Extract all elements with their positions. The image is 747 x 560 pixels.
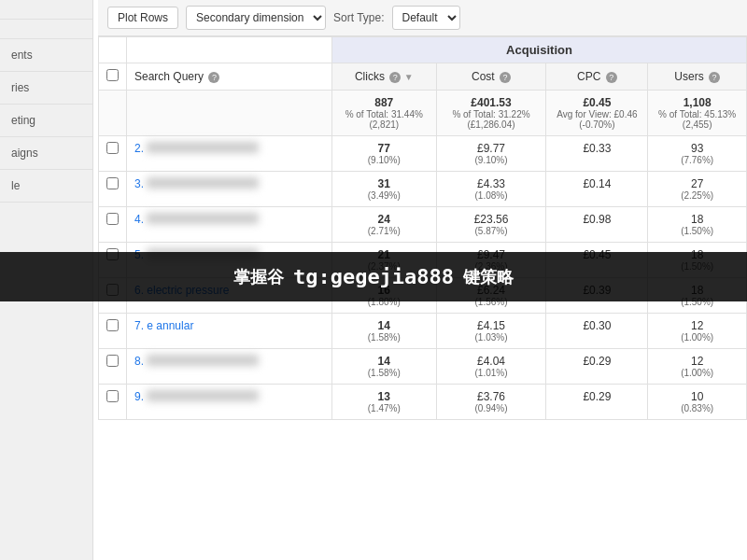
search-query-cell: 7. e annular — [127, 314, 332, 349]
users-col-header[interactable]: Users ? — [648, 63, 747, 91]
cost-cell: £3.76(0.94%) — [436, 385, 546, 420]
overlay-text-2: 键策略 — [463, 266, 514, 288]
users-help-icon[interactable]: ? — [709, 72, 720, 83]
total-users: 1,108 % of Total: 45.13% (2,455) — [648, 91, 747, 136]
users-cell: 93(7.76%) — [648, 136, 747, 172]
row-checkbox-cell — [99, 349, 127, 385]
row-checkbox-cell — [99, 314, 127, 349]
table-row: 9. xxxxxxxxxxxxxxxx13(1.47%)£3.76(0.94%)… — [99, 385, 747, 420]
total-clicks: 887 % of Total: 31.44% (2,821) — [332, 91, 437, 136]
clicks-cell: 31(3.49%) — [332, 172, 437, 207]
row-checkbox[interactable] — [106, 319, 119, 331]
search-query-cell: 8. xxxxxxxxxxxxxxxx — [127, 349, 332, 385]
cpc-cell: £0.30 — [546, 314, 648, 349]
users-cell: 10(0.83%) — [648, 385, 747, 420]
cpc-cell: £0.98 — [546, 207, 648, 243]
users-cell: 27(2.25%) — [648, 172, 747, 207]
clicks-cell: 14(1.58%) — [332, 314, 437, 349]
sidebar-item-ries[interactable]: ries — [0, 72, 92, 105]
clicks-col-header[interactable]: Clicks ? ▼ — [332, 63, 437, 91]
cost-help-icon[interactable]: ? — [500, 72, 511, 83]
clicks-cell: 13(1.47%) — [332, 385, 437, 420]
clicks-help-icon[interactable]: ? — [389, 72, 401, 83]
clicks-cell: 14(1.58%) — [332, 349, 437, 385]
cpc-help-icon[interactable]: ? — [606, 72, 617, 83]
secondary-dimension-select[interactable]: Secondary dimension — [186, 6, 326, 30]
users-cell: 12(1.00%) — [648, 349, 747, 385]
sidebar-item-ents[interactable]: ents — [0, 39, 92, 72]
table-row: 8. xxxxxxxxxxxxxxxx14(1.58%)£4.04(1.01%)… — [99, 349, 747, 385]
row-checkbox-cell — [99, 385, 127, 420]
cpc-cell: £0.29 — [546, 349, 648, 385]
search-query-help-icon[interactable]: ? — [208, 72, 219, 83]
sidebar-item-2 — [0, 20, 92, 39]
data-table: Acquisition Search Query ? Clicks ? ▼ — [98, 36, 747, 420]
checkbox-header — [99, 37, 127, 63]
row-checkbox-cell — [99, 207, 127, 243]
sidebar-item-eting[interactable]: eting — [0, 105, 92, 137]
cpc-cell: £0.29 — [546, 385, 648, 420]
row-checkbox[interactable] — [106, 213, 119, 225]
search-query-cell: 4. xxxxxxxxxxxxxxxx — [127, 207, 332, 243]
search-query-cell: 3. xxxxxxxxxxxxxxxx — [127, 172, 332, 207]
table-row: 2. xxxxxxxxxxxxxxxx77(9.10%)£9.77(9.10%)… — [99, 136, 747, 172]
users-cell: 18(1.50%) — [648, 207, 747, 243]
total-cost: £401.53 % of Total: 31.22% (£1,286.04) — [436, 91, 546, 136]
select-all-checkbox[interactable] — [106, 69, 119, 81]
cost-cell: £23.56(5.87%) — [436, 207, 546, 243]
search-query-cell: 9. xxxxxxxxxxxxxxxx — [127, 385, 332, 420]
cpc-cell: £0.14 — [546, 172, 648, 207]
acquisition-header: Acquisition — [332, 37, 747, 63]
total-cpc: £0.45 Avg for View: £0.46 (-0.70%) — [546, 91, 648, 136]
row-checkbox[interactable] — [106, 142, 119, 154]
main-content: Plot Rows Secondary dimension Sort Type:… — [98, 0, 747, 420]
total-label — [127, 91, 332, 136]
users-cell: 12(1.00%) — [648, 314, 747, 349]
cpc-cell: £0.33 — [546, 136, 648, 172]
header-checkbox-col — [99, 63, 127, 91]
totals-row: 887 % of Total: 31.44% (2,821) £401.53 %… — [99, 91, 747, 136]
overlay-tg-text: tg:gegejia888 — [293, 265, 454, 288]
sidebar-item-le[interactable]: le — [0, 170, 92, 203]
search-query-col-header: Search Query ? — [127, 63, 332, 91]
sort-type-select[interactable]: Default — [392, 6, 460, 30]
toolbar: Plot Rows Secondary dimension Sort Type:… — [98, 0, 747, 36]
total-checkbox — [99, 91, 127, 136]
cost-cell: £4.04(1.01%) — [436, 349, 546, 385]
overlay-text-1: 掌握谷 — [233, 266, 284, 288]
row-checkbox-cell — [99, 172, 127, 207]
sort-type-label: Sort Type: — [333, 11, 384, 24]
cpc-col-header[interactable]: CPC ? — [546, 63, 648, 91]
search-query-cell: 2. xxxxxxxxxxxxxxxx — [127, 136, 332, 172]
row-checkbox-cell — [99, 136, 127, 172]
sidebar-item-1 — [0, 0, 92, 20]
row-checkbox[interactable] — [106, 177, 119, 189]
clicks-sort-icon[interactable]: ▼ — [404, 72, 414, 82]
clicks-cell: 77(9.10%) — [332, 136, 437, 172]
cost-col-header[interactable]: Cost ? — [436, 63, 546, 91]
row-checkbox[interactable] — [106, 390, 119, 402]
cost-cell: £9.77(9.10%) — [436, 136, 546, 172]
clicks-cell: 24(2.71%) — [332, 207, 437, 243]
table-row: 3. xxxxxxxxxxxxxxxx31(3.49%)£4.33(1.08%)… — [99, 172, 747, 207]
search-query-header — [127, 37, 332, 63]
sidebar-item-aigns[interactable]: aigns — [0, 137, 92, 170]
table-row: 7. e annular14(1.58%)£4.15(1.03%)£0.3012… — [99, 314, 747, 349]
table-row: 4. xxxxxxxxxxxxxxxx24(2.71%)£23.56(5.87%… — [99, 207, 747, 243]
row-checkbox[interactable] — [106, 355, 119, 367]
cost-cell: £4.33(1.08%) — [436, 172, 546, 207]
overlay-banner: 掌握谷 tg:gegejia888 键策略 — [0, 252, 747, 301]
cost-cell: £4.15(1.03%) — [436, 314, 546, 349]
plot-rows-button[interactable]: Plot Rows — [107, 7, 178, 29]
